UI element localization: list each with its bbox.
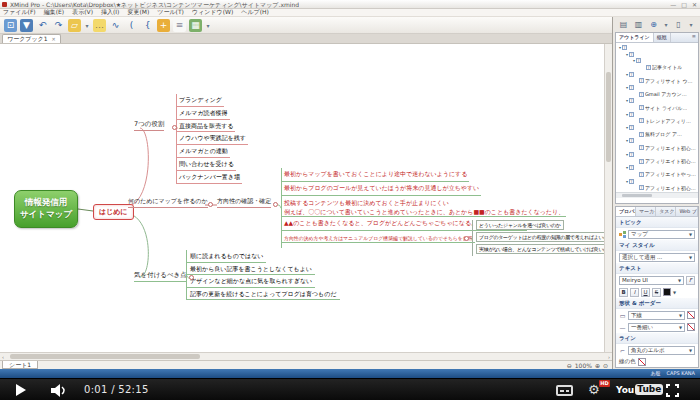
outline-item[interactable]: ▾ T 無料ブログ: [616, 124, 626, 131]
map-subtopic[interactable]: 順に読まれるものではない: [187, 250, 266, 263]
toolbar-icon[interactable]: ▼: [20, 19, 33, 32]
toolbar-icon[interactable]: …: [93, 19, 106, 32]
tree-caret-icon[interactable]: ▾: [626, 179, 628, 184]
outline-item[interactable]: ▾ T アフィリエイト初心…: [616, 184, 698, 191]
toolbar-icon[interactable]: ▦: [189, 19, 202, 32]
font-select[interactable]: Meiryo UI▼: [619, 276, 684, 285]
map-question-topic[interactable]: 実績がない場合、どんなコンテンツで構成していけば良いのか: [476, 244, 604, 254]
ime-indicator[interactable]: あ般: [650, 369, 660, 378]
horizontal-scrollbar-thumb[interactable]: [10, 354, 200, 359]
border-select[interactable]: 一番細い▼: [628, 323, 685, 332]
workbook-tab[interactable]: ワークブック1 ✕: [2, 34, 61, 43]
menu-item[interactable]: ファイル(F): [3, 8, 36, 17]
window-control-button[interactable]: □: [681, 1, 687, 8]
line-color-swatch[interactable]: [638, 358, 646, 366]
collapse-marker-icon[interactable]: [208, 202, 213, 207]
border-color-swatch[interactable]: [687, 323, 695, 331]
settings-gear-icon[interactable]: ⚙ HD: [588, 382, 600, 398]
map-subtopic[interactable]: バックナンバー置き場: [177, 171, 242, 184]
outline-item[interactable]: ▾ T アフィリエイト 初心者…: [616, 138, 626, 145]
play-button[interactable]: [16, 384, 26, 396]
tree-caret-icon[interactable]: ▾: [626, 125, 628, 130]
structure-select[interactable]: マップ▼: [628, 230, 695, 239]
outline-item[interactable]: ▾ T ライバルチェック: [616, 98, 626, 105]
italic-button[interactable]: I: [630, 288, 639, 297]
outline-item[interactable]: ▾ T ■（上位値）…: [616, 44, 622, 51]
text-color-swatch[interactable]: [663, 288, 671, 296]
map-subtopic[interactable]: 問い合わせを受ける: [177, 158, 236, 171]
map-question-topic[interactable]: どういったジャンルを選べば良いのか: [476, 220, 564, 230]
map-note-topic[interactable]: 最初からマップを書いておくことにより途中で迷わないようにする: [282, 168, 469, 182]
tree-caret-icon[interactable]: ▾: [626, 138, 628, 143]
tree-caret-icon[interactable]: ▾: [626, 165, 628, 170]
horizontal-scrollbar[interactable]: ‹ ›: [0, 352, 612, 360]
toolbar-icon[interactable]: ↶: [36, 19, 49, 32]
outline-item[interactable]: ▾ T Gmail アカウン…: [616, 91, 698, 98]
outline-item[interactable]: ▾ T アフィリエイトやっ…: [616, 171, 698, 178]
outline-item[interactable]: ▾ T トレンドアフィリエイト: [616, 111, 626, 118]
tab-close-icon[interactable]: ✕: [52, 36, 56, 42]
outline-item[interactable]: ▾ T 狙うキーワード: [616, 51, 626, 58]
map-topic-cautions[interactable]: 気を付けるべき点: [134, 271, 187, 282]
menu-item[interactable]: ヘルプ(H): [241, 8, 269, 17]
outline-item[interactable]: ▾ T 無料ブログ ア…: [616, 131, 698, 138]
menu-item[interactable]: ウィンドウ(W): [192, 8, 233, 17]
collapse-marker-icon[interactable]: [273, 202, 278, 207]
style-select[interactable]: 選択して適用 ...▼: [619, 253, 695, 262]
map-subtopic[interactable]: ブランディング: [177, 94, 224, 107]
vertical-scrollbar[interactable]: [604, 44, 612, 352]
tree-caret-icon[interactable]: ▾: [619, 45, 621, 50]
map-question-topic[interactable]: ブログのターゲットはどの程度の知識の層で考えればよいのか: [476, 232, 604, 242]
youtube-logo[interactable]: You Tube: [616, 384, 663, 395]
outline-item[interactable]: ▾ T アフィリエイト 初心者…: [616, 151, 626, 158]
toolbar-icon[interactable]: ▱: [68, 19, 81, 32]
outline-scrollbar-thumb[interactable]: [622, 194, 652, 197]
panel-menu-icon[interactable]: ≡: [692, 33, 698, 42]
outline-item[interactable]: ▾ T 記事タイトル: [616, 64, 698, 71]
font-style-button[interactable]: F: [686, 276, 695, 285]
properties-tab[interactable]: マーカー: [636, 207, 656, 216]
collapse-marker-icon[interactable]: [172, 125, 177, 130]
outline-item[interactable]: ▾ T アフィリエイト 初心者…: [616, 178, 626, 185]
subtitles-button[interactable]: [556, 385, 573, 396]
tree-caret-icon[interactable]: ▾: [626, 98, 628, 103]
menu-item[interactable]: 変更(M): [127, 8, 149, 17]
toolbar-icon[interactable]: ⊡: [4, 19, 17, 32]
vertical-scrollbar-thumb[interactable]: [606, 72, 611, 162]
properties-tab[interactable]: Web ブ…: [676, 207, 698, 216]
menu-item[interactable]: 編集(E): [44, 8, 64, 17]
toolbar-icon[interactable]: ≡: [173, 19, 186, 32]
sidebar-toolbar-icon[interactable]: ▾: [688, 19, 694, 30]
sidebar-toolbar-icon[interactable]: ⊕: [648, 19, 659, 30]
tree-caret-icon[interactable]: ▾: [626, 52, 628, 57]
tree-caret-icon[interactable]: ▾: [626, 112, 628, 117]
toolbar-icon[interactable]: ▾: [84, 19, 90, 32]
outline-item[interactable]: ▾ T トレンドアフィリ…: [616, 118, 698, 125]
collapse-marker-icon[interactable]: [189, 275, 194, 280]
properties-tab[interactable]: タスク…: [656, 207, 676, 216]
map-root-topic[interactable]: 情報発信用 サイトマップ: [14, 190, 78, 228]
line-select[interactable]: 角丸のエルボ▼: [628, 346, 695, 355]
sidebar-toolbar-icon[interactable]: ▤: [618, 19, 629, 30]
tab-outline[interactable]: アウトライン: [616, 33, 654, 42]
bold-button[interactable]: B: [619, 288, 628, 297]
tab-overview[interactable]: 概観: [654, 33, 671, 42]
underline-button[interactable]: U: [641, 288, 650, 297]
map-topic-purpose[interactable]: 何のためにマップを作るのか: [128, 197, 208, 208]
toolbar-icon[interactable]: ∿: [109, 19, 122, 32]
collapse-marker-icon[interactable]: [464, 236, 469, 241]
outline-item[interactable]: ▾ T アフィリエイト初心…: [616, 144, 698, 151]
menu-item[interactable]: 表示(V): [72, 8, 93, 17]
map-subtopic[interactable]: 最初から良い記事を書こうとしなくてもよい: [187, 263, 315, 276]
tree-caret-icon[interactable]: ▾: [626, 72, 628, 77]
outline-item[interactable]: ▾ T アフィリエイト 初心者…: [616, 164, 626, 171]
toolbar-icon[interactable]: +: [157, 19, 170, 32]
map-subtopic[interactable]: メルマガ読者獲得: [177, 107, 230, 120]
properties-tab[interactable]: プロパ…: [616, 207, 636, 216]
map-subtopic[interactable]: メルマガとの連動: [177, 145, 230, 158]
outline-item[interactable]: ▾ T Gmail: [616, 84, 626, 91]
map-subtopic[interactable]: ノウハウや実践記を残す: [177, 132, 248, 145]
window-control-button[interactable]: —: [670, 1, 676, 8]
fullscreen-button[interactable]: [666, 384, 679, 397]
outline-item[interactable]: ▾ T サイト ライバル…: [616, 104, 698, 111]
